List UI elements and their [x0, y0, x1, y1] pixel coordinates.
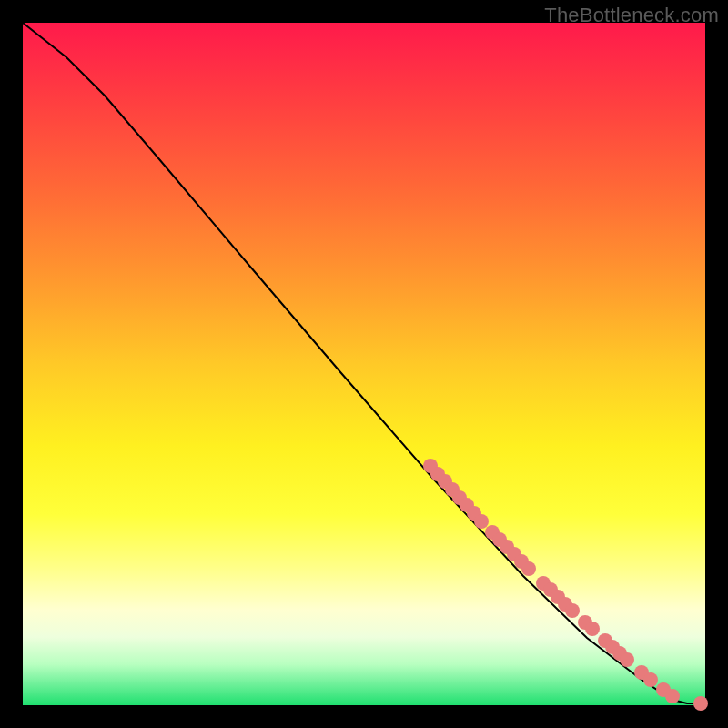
data-marker	[643, 672, 658, 687]
bottleneck-curve	[23, 23, 705, 703]
data-marker	[565, 603, 580, 618]
data-marker	[521, 561, 536, 576]
data-marker	[620, 652, 634, 667]
data-marker	[665, 689, 680, 703]
data-marker	[474, 514, 489, 529]
data-marker	[585, 622, 600, 636]
chart-stage: { "watermark": "TheBottleneck.com", "plo…	[0, 0, 728, 728]
marker-group	[423, 459, 708, 711]
data-marker	[693, 696, 708, 711]
chart-svg	[23, 23, 705, 705]
plot-area	[23, 23, 705, 705]
